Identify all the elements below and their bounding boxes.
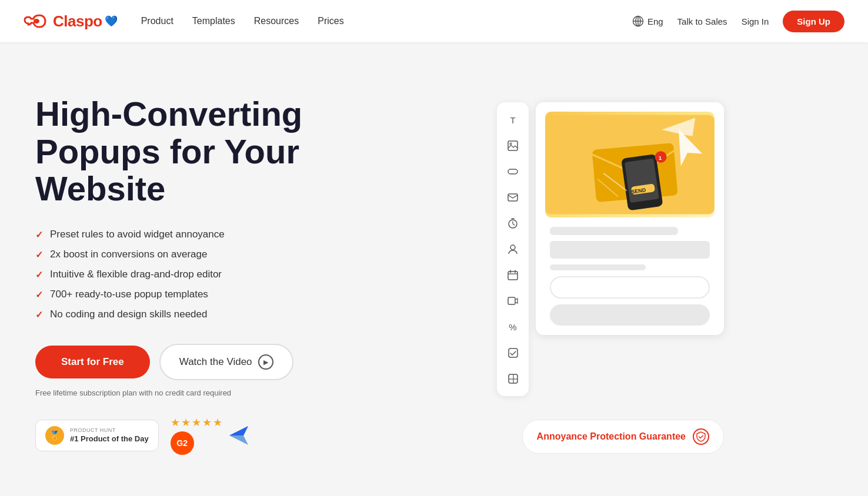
badges-area: 🏅 PRODUCT HUNT #1 Product of the Day ★ ★… [35, 416, 365, 455]
svg-rect-23 [625, 158, 659, 203]
product-hunt-medal-icon: 🏅 [45, 426, 64, 445]
feature-1: ✓ Preset rules to avoid widget annoyance [35, 229, 365, 240]
free-subscription-note: Free lifetime subscription plan with no … [35, 388, 365, 397]
video-tool-button[interactable] [502, 290, 523, 311]
timer-tool-button[interactable] [502, 213, 523, 234]
sign-up-button[interactable]: Sign Up [783, 11, 844, 32]
field-input-email [550, 276, 710, 299]
star-4: ★ [202, 416, 212, 429]
hero-content: High-Converting Popups for Your Website … [35, 95, 365, 455]
hero-section: High-Converting Popups for Your Website … [0, 42, 868, 496]
grid-tool-button[interactable] [502, 368, 523, 389]
hero-features: ✓ Preset rules to avoid widget annoyance… [35, 229, 365, 320]
svg-point-7 [510, 143, 512, 145]
nav-resources[interactable]: Resources [254, 16, 299, 26]
product-hunt-badge[interactable]: 🏅 PRODUCT HUNT #1 Product of the Day [35, 420, 159, 451]
feature-3: ✓ Intuitive & flexible drag-and-drop edi… [35, 269, 365, 280]
start-free-button[interactable]: Start for Free [35, 346, 150, 378]
field-subtitle-line [550, 264, 646, 270]
svg-text:1: 1 [659, 155, 662, 161]
check-icon-4: ✓ [35, 289, 43, 300]
navbar: Claspo 💙 Product Templates Resources Pri… [0, 0, 868, 42]
svg-rect-8 [508, 169, 518, 174]
hero-buttons: Start for Free Watch the Video ▶ [35, 344, 365, 380]
hero-title: High-Converting Popups for Your Website [35, 95, 365, 207]
checkbox-tool-button[interactable] [502, 342, 523, 363]
svg-rect-13 [508, 297, 515, 304]
send-arrow-icon [228, 425, 249, 446]
nav-prices[interactable]: Prices [318, 16, 343, 26]
user-tool-button[interactable] [502, 239, 523, 260]
watch-video-button[interactable]: Watch the Video ▶ [159, 344, 293, 380]
text-tool-button[interactable]: T [502, 109, 523, 130]
star-rating: ★ ★ ★ ★ ★ [171, 416, 222, 429]
play-icon: ▶ [258, 354, 273, 370]
popup-illustration-svg: SEND 1 [545, 115, 715, 215]
product-hunt-text: PRODUCT HUNT #1 Product of the Day [70, 427, 149, 444]
g2-badge: ★ ★ ★ ★ ★ G2 [171, 416, 249, 455]
svg-rect-6 [508, 141, 518, 150]
svg-rect-9 [508, 194, 518, 201]
logo-text: Claspo [53, 12, 102, 31]
feature-4: ✓ 700+ ready-to-use popup templates [35, 289, 365, 300]
lang-label: Eng [647, 16, 663, 26]
svg-point-11 [510, 245, 515, 250]
popup-form-fields [545, 227, 715, 326]
shield-check-icon [693, 428, 709, 445]
nav-right: Eng Talk to Sales Sign In Sign Up [632, 11, 844, 32]
svg-rect-12 [508, 272, 518, 280]
g2-icon: G2 [171, 431, 194, 455]
check-icon-5: ✓ [35, 309, 43, 320]
annoyance-protection-badge[interactable]: Annoyance Protection Guarantee [522, 420, 724, 454]
nav-links: Product Templates Resources Prices [141, 16, 632, 26]
discount-tool-button[interactable]: % [502, 316, 523, 337]
field-title-line [550, 227, 678, 235]
hero-visual: T [388, 96, 833, 454]
svg-marker-5 [229, 426, 248, 435]
nav-templates[interactable]: Templates [192, 16, 235, 26]
check-icon-3: ✓ [35, 269, 43, 280]
editor-preview-container: T [497, 102, 724, 454]
g2-logo: ★ ★ ★ ★ ★ G2 [171, 416, 222, 455]
annoyance-label: Annoyance Protection Guarantee [537, 431, 686, 442]
star-1: ★ [171, 416, 180, 429]
email-tool-button[interactable] [502, 187, 523, 208]
sign-in-link[interactable]: Sign In [742, 16, 769, 26]
popup-preview-card: SEND 1 [536, 102, 724, 335]
star-3: ★ [192, 416, 201, 429]
field-submit-button [550, 304, 710, 326]
logo[interactable]: Claspo 💙 [24, 12, 118, 31]
talk-to-sales-link[interactable]: Talk to Sales [677, 16, 727, 26]
field-text-block [550, 241, 710, 259]
shape-tool-button[interactable] [502, 161, 523, 182]
star-2: ★ [181, 416, 191, 429]
svg-rect-14 [509, 348, 518, 357]
popup-illustration: SEND 1 [545, 112, 715, 217]
feature-2: ✓ 2x boost in conversions on average [35, 249, 365, 260]
globe-icon [632, 15, 644, 27]
feature-5: ✓ No coding and design skills needed [35, 309, 365, 320]
language-selector[interactable]: Eng [632, 15, 663, 27]
logo-heart: 💙 [105, 15, 118, 28]
nav-product[interactable]: Product [141, 16, 173, 26]
check-icon-1: ✓ [35, 229, 43, 240]
calendar-tool-button[interactable] [502, 264, 523, 286]
star-5: ★ [213, 416, 222, 429]
image-tool-button[interactable] [502, 135, 523, 156]
editor-panel: T [497, 102, 724, 396]
check-icon-2: ✓ [35, 249, 43, 260]
tools-sidebar: T [497, 102, 529, 396]
